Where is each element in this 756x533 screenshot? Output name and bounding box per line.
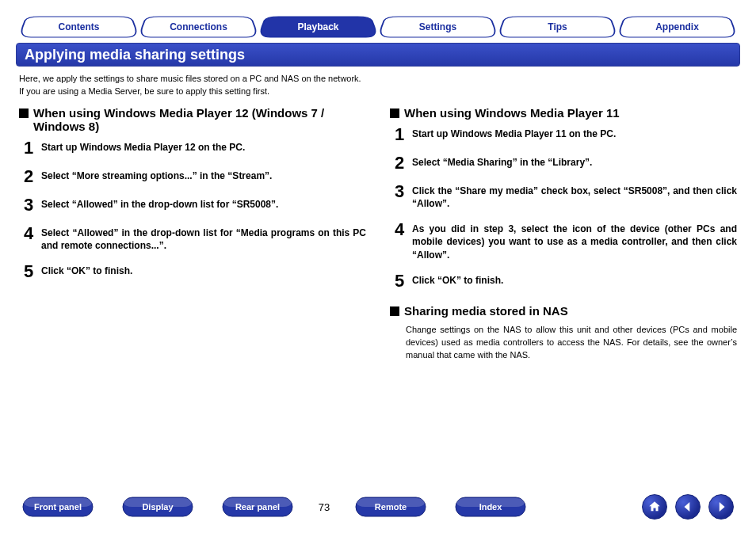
step-number: 1 xyxy=(24,139,41,157)
list-item: 3 Click the “Share my media” check box, … xyxy=(395,183,737,210)
tab-label: Connections xyxy=(139,16,258,38)
intro-text: Here, we apply the settings to share mus… xyxy=(19,73,740,98)
tab-label: Tips xyxy=(498,16,617,38)
tab-settings[interactable]: Settings xyxy=(378,16,498,38)
nas-heading: Sharing media stored in NAS xyxy=(390,304,737,318)
step-text: Select “Media Sharing” in the “Library”. xyxy=(412,156,592,169)
step-number: 5 xyxy=(24,263,41,280)
button-label: Index xyxy=(455,497,526,517)
square-bullet-icon xyxy=(19,109,29,118)
button-label: Front panel xyxy=(22,497,94,517)
display-button[interactable]: Display xyxy=(122,497,193,517)
page-number: 73 xyxy=(319,501,330,513)
step-number: 4 xyxy=(395,221,412,238)
step-text: Select “More streaming options...” in th… xyxy=(41,169,272,182)
nas-body-text: Change settings on the NAS to allow this… xyxy=(406,324,737,362)
button-label: Remote xyxy=(355,497,426,517)
list-item: 5 Click “OK” to finish. xyxy=(24,263,366,280)
step-number: 2 xyxy=(395,154,412,172)
step-number: 2 xyxy=(24,168,41,185)
list-item: 1 Start up Windows Media Player 11 on th… xyxy=(395,126,737,143)
intro-line: Here, we apply the settings to share mus… xyxy=(19,73,740,86)
list-item: 1 Start up Windows Media Player 12 on th… xyxy=(24,139,366,157)
top-nav-tabs: Contents Connections Playback Settings T… xyxy=(19,14,737,38)
tab-label: Playback xyxy=(258,16,378,38)
button-label: Rear panel xyxy=(222,497,293,517)
square-bullet-icon xyxy=(390,109,399,118)
step-text: Select “Allowed” in the drop-down list f… xyxy=(41,198,278,211)
tab-appendix[interactable]: Appendix xyxy=(617,16,737,38)
tab-connections[interactable]: Connections xyxy=(139,16,258,38)
list-item: 4 As you did in step 3, select the icon … xyxy=(395,221,737,261)
prev-icon xyxy=(681,500,695,514)
tab-tips[interactable]: Tips xyxy=(498,16,617,38)
square-bullet-icon xyxy=(390,306,399,316)
footer-bar: Front panel Display Rear panel 73 Remote… xyxy=(0,493,756,520)
section-title-bar: Applying media sharing settings xyxy=(16,43,740,67)
heading-text: Sharing media stored in NAS xyxy=(404,304,568,318)
step-text: Click the “Share my media” check box, se… xyxy=(412,185,737,210)
left-heading: When using Windows Media Player 12 (Wind… xyxy=(19,106,366,133)
step-number: 4 xyxy=(24,225,41,242)
step-number: 5 xyxy=(395,272,412,290)
front-panel-button[interactable]: Front panel xyxy=(22,497,94,517)
home-button[interactable] xyxy=(642,494,667,520)
list-item: 4 Select “Allowed” in the drop-down list… xyxy=(24,225,366,252)
remote-button[interactable]: Remote xyxy=(355,497,426,517)
step-text: Click “OK” to finish. xyxy=(412,274,503,287)
heading-text: When using Windows Media Player 12 (Wind… xyxy=(33,106,366,133)
step-text: Click “OK” to finish. xyxy=(41,265,132,277)
right-heading: When using Windows Media Player 11 xyxy=(390,106,737,120)
step-number: 3 xyxy=(395,183,412,200)
step-text: Select “Allowed” in the drop-down list f… xyxy=(41,227,366,252)
button-label: Display xyxy=(122,497,193,517)
next-icon xyxy=(714,500,728,514)
tab-contents[interactable]: Contents xyxy=(19,16,139,38)
step-text: Start up Windows Media Player 11 on the … xyxy=(412,128,616,140)
tab-label: Contents xyxy=(19,16,139,38)
prev-page-button[interactable] xyxy=(675,494,701,520)
list-item: 2 Select “Media Sharing” in the “Library… xyxy=(395,154,737,172)
tab-label: Settings xyxy=(378,16,498,38)
step-number: 1 xyxy=(395,126,412,143)
tab-playback[interactable]: Playback xyxy=(258,16,378,38)
intro-line: If you are using a Media Server, be sure… xyxy=(19,86,740,98)
left-column: When using Windows Media Player 12 (Wind… xyxy=(19,106,366,362)
next-page-button[interactable] xyxy=(708,494,734,520)
tab-label: Appendix xyxy=(617,16,737,38)
list-item: 3 Select “Allowed” in the drop-down list… xyxy=(24,196,366,214)
step-text: As you did in step 3, select the icon of… xyxy=(412,223,737,261)
heading-text: When using Windows Media Player 11 xyxy=(404,106,620,120)
right-column: When using Windows Media Player 11 1 Sta… xyxy=(390,106,737,362)
home-icon xyxy=(647,500,662,514)
step-text: Start up Windows Media Player 12 on the … xyxy=(41,141,245,154)
section-title: Applying media sharing settings xyxy=(25,47,245,63)
rear-panel-button[interactable]: Rear panel xyxy=(222,497,293,517)
list-item: 5 Click “OK” to finish. xyxy=(395,272,737,290)
step-number: 3 xyxy=(24,196,41,214)
index-button[interactable]: Index xyxy=(455,497,526,517)
list-item: 2 Select “More streaming options...” in … xyxy=(24,168,366,185)
